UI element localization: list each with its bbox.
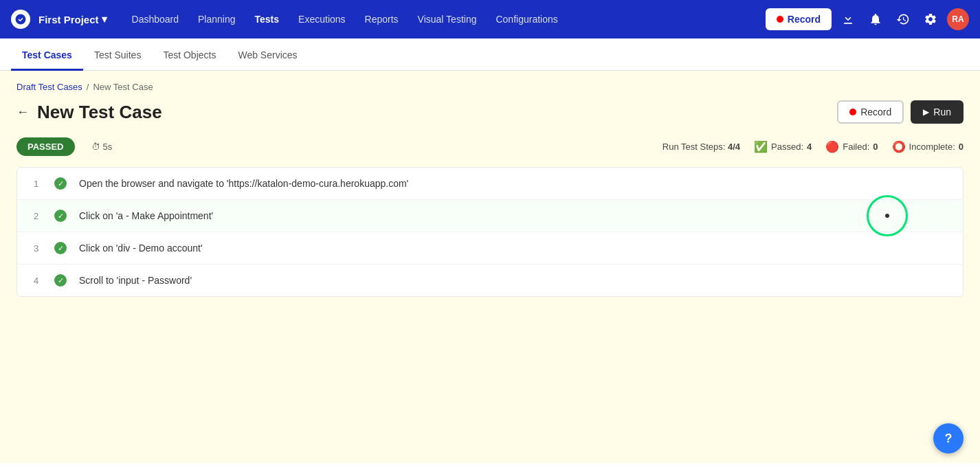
run-button[interactable]: ▶ Run — [911, 100, 964, 124]
page-record-button[interactable]: Record — [837, 100, 904, 124]
record-dot-icon — [777, 16, 783, 23]
nav-link-dashboard[interactable]: Dashboard — [124, 10, 188, 29]
step-text: Open the browser and navigate to 'https:… — [79, 178, 946, 189]
breadcrumb-parent[interactable]: Draft Test Cases — [16, 82, 82, 92]
help-button[interactable]: ? — [933, 423, 964, 454]
svg-point-0 — [16, 14, 26, 25]
passed-stat: ✅ Passed: 4 — [754, 140, 812, 153]
timer-info: ⏱ 5s — [91, 142, 113, 152]
failed-stat: 🔴 Failed: 0 — [825, 140, 878, 153]
page-header-left: ← New Test Case — [16, 102, 162, 123]
status-badge: PASSED — [16, 137, 75, 156]
play-icon: ▶ — [923, 107, 929, 117]
project-name: First Project — [38, 14, 99, 25]
step-number: 1 — [34, 179, 54, 189]
tab-web-services[interactable]: Web Services — [227, 38, 308, 71]
cursor-indicator — [867, 195, 908, 236]
breadcrumb-current: New Test Case — [93, 82, 153, 92]
failed-icon: 🔴 — [825, 140, 839, 153]
nav-link-configurations[interactable]: Configurations — [487, 10, 566, 29]
check-icon: ✓ — [54, 274, 67, 287]
page-title: New Test Case — [37, 102, 162, 123]
step-status-icon: ✓ — [54, 274, 71, 287]
passed-icon: ✅ — [754, 140, 768, 153]
nav-link-reports[interactable]: Reports — [357, 10, 407, 29]
nav-actions: Record RA — [766, 8, 969, 30]
record-button[interactable]: Record — [766, 8, 832, 30]
check-icon: ✓ — [54, 242, 67, 254]
nav-link-planning[interactable]: Planning — [190, 10, 244, 29]
check-icon: ✓ — [54, 210, 67, 222]
table-row: 1 ✓ Open the browser and navigate to 'ht… — [17, 168, 963, 200]
tab-test-objects[interactable]: Test Objects — [152, 38, 227, 71]
timer-icon: ⏱ — [91, 142, 100, 152]
project-selector[interactable]: First Project ▾ — [38, 13, 107, 25]
step-text: Scroll to 'input - Password' — [79, 275, 946, 286]
steps-container: 1 ✓ Open the browser and navigate to 'ht… — [16, 167, 964, 297]
step-number: 3 — [34, 243, 54, 254]
breadcrumb-separator: / — [87, 82, 89, 92]
incomplete-icon: ⭕ — [892, 140, 906, 153]
step-status-icon: ✓ — [54, 210, 71, 222]
download-button[interactable] — [837, 8, 859, 30]
page-header-actions: Record ▶ Run — [837, 100, 964, 124]
table-row: 3 ✓ Click on 'div - Demo account' — [17, 232, 963, 265]
status-stats: Run Test Steps: 4/4 ✅ Passed: 4 🔴 Failed… — [662, 140, 964, 153]
check-icon: ✓ — [54, 177, 67, 190]
step-text: Click on 'div - Demo account' — [79, 243, 946, 254]
page-header: ← New Test Case Record ▶ Run — [16, 100, 964, 124]
table-row: 2 ✓ Click on 'a - Make Appointment' — [17, 200, 963, 232]
step-status-icon: ✓ — [54, 177, 71, 190]
duration-value: 5s — [103, 142, 113, 152]
incomplete-stat: ⭕ Incomplete: 0 — [892, 140, 964, 153]
tab-test-suites[interactable]: Test Suites — [83, 38, 152, 71]
step-status-icon: ✓ — [54, 242, 71, 254]
status-bar: PASSED ⏱ 5s Run Test Steps: 4/4 ✅ Passed… — [16, 137, 964, 156]
step-number: 2 — [34, 211, 54, 221]
nav-links: Dashboard Planning Tests Executions Repo… — [124, 10, 760, 29]
step-number: 4 — [34, 276, 54, 286]
tab-test-cases[interactable]: Test Cases — [11, 38, 83, 71]
run-steps-stat: Run Test Steps: 4/4 — [662, 142, 740, 152]
step-text: Click on 'a - Make Appointment' — [79, 210, 946, 221]
sub-navigation: Test Cases Test Suites Test Objects Web … — [0, 38, 980, 71]
table-row: 4 ✓ Scroll to 'input - Password' — [17, 265, 963, 296]
notifications-button[interactable] — [865, 8, 887, 30]
nav-link-visual-testing[interactable]: Visual Testing — [410, 10, 485, 29]
chevron-down-icon: ▾ — [102, 13, 107, 25]
main-content: Draft Test Cases / New Test Case ← New T… — [0, 71, 980, 463]
cursor-dot — [885, 214, 889, 218]
nav-link-tests[interactable]: Tests — [247, 10, 288, 29]
top-navigation: First Project ▾ Dashboard Planning Tests… — [0, 0, 980, 38]
back-button[interactable]: ← — [16, 105, 29, 120]
user-avatar[interactable]: RA — [947, 8, 969, 30]
settings-button[interactable] — [920, 8, 942, 30]
app-logo — [11, 10, 30, 29]
breadcrumb: Draft Test Cases / New Test Case — [16, 82, 964, 92]
nav-link-executions[interactable]: Executions — [290, 10, 353, 29]
history-button[interactable] — [892, 8, 914, 30]
record-dot-icon — [849, 109, 856, 115]
